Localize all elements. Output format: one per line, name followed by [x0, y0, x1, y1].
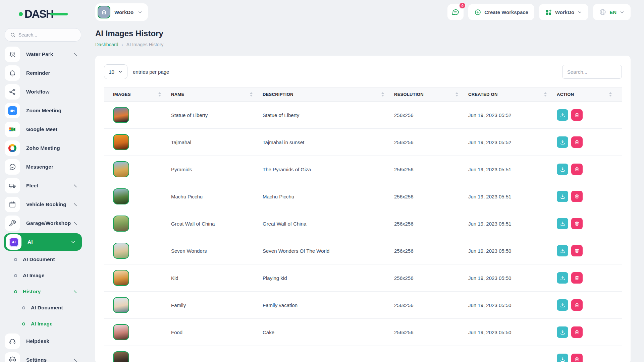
images-history-table: IMAGESNAMEDESCRIPTIONRESOLUTIONCREATED O… — [104, 87, 622, 362]
download-button[interactable] — [557, 109, 568, 121]
sidebar-item-ai-document[interactable]: AI Document — [0, 300, 86, 316]
trash-icon — [574, 112, 580, 118]
sidebar-item-ai-image[interactable]: AI Image — [0, 316, 86, 332]
bell-icon — [5, 65, 20, 81]
download-button[interactable] — [557, 218, 568, 229]
app-logo[interactable]: DAS H — [0, 7, 86, 21]
column-header-name[interactable]: NAME — [171, 87, 263, 102]
sidebar-item-settings[interactable]: Settings — [0, 351, 86, 362]
sidebar-item-ai-document[interactable]: AI Document — [0, 251, 86, 267]
workdo-menu-button[interactable]: WorkDo — [539, 4, 588, 20]
sort-icon[interactable] — [158, 92, 161, 97]
sidebar-item-label: Workflow — [26, 89, 49, 95]
row-description: Family vacation — [263, 292, 394, 319]
row-thumbnail-image — [113, 351, 129, 362]
sort-icon[interactable] — [250, 92, 253, 97]
sidebar-item-label: History — [23, 289, 41, 295]
row-description: Machu Picchu — [263, 183, 394, 210]
sidebar-item-ai-image[interactable]: AI Image — [0, 267, 86, 284]
column-label: RESOLUTION — [394, 92, 424, 97]
sidebar-item-messenger[interactable]: Messenger — [0, 158, 86, 176]
sort-icon[interactable] — [381, 92, 384, 97]
row-name: Great Wall of China — [171, 210, 263, 237]
delete-button[interactable] — [571, 354, 583, 362]
download-button[interactable] — [557, 245, 568, 256]
messages-button[interactable]: 0 — [447, 4, 464, 20]
bullet-icon — [14, 290, 17, 293]
table-search-input[interactable] — [562, 65, 622, 79]
sidebar-item-helpdesk[interactable]: Helpdesk — [0, 332, 86, 351]
table-row: Pyramids The Pyramids of Giza 256x256 Ju… — [104, 156, 622, 183]
chevron-down-icon — [138, 10, 143, 15]
chevron-right-icon — [73, 221, 78, 226]
sidebar-item-garage-workshop[interactable]: Garage/Workshop — [0, 214, 86, 233]
sort-icon[interactable] — [544, 92, 547, 97]
delete-button[interactable] — [571, 326, 583, 338]
download-button[interactable] — [557, 136, 568, 148]
delete-button[interactable] — [571, 164, 583, 175]
logo-dot-icon — [19, 12, 23, 16]
download-button[interactable] — [557, 326, 568, 338]
sidebar-item-fleet[interactable]: Fleet — [0, 176, 86, 195]
language-selector[interactable]: EN — [593, 4, 631, 20]
download-button[interactable] — [557, 272, 568, 284]
delete-button[interactable] — [571, 272, 583, 284]
delete-button[interactable] — [571, 218, 583, 229]
trash-icon — [574, 329, 580, 335]
download-button[interactable] — [557, 299, 568, 311]
row-thumbnail-image — [113, 297, 129, 313]
sidebar-item-google-meet[interactable]: Google Meet — [0, 120, 86, 139]
row-created-on: Jun 19, 2023 05:51 — [468, 210, 557, 237]
column-header-resolution[interactable]: RESOLUTION — [394, 87, 468, 102]
delete-button[interactable] — [571, 191, 583, 202]
sidebar-item-label: Settings — [26, 357, 47, 362]
download-button[interactable] — [557, 354, 568, 362]
table-card: 10 entries per page IMAGESNAMEDESCRIPTIO… — [95, 56, 631, 362]
sidebar-item-label: Fleet — [26, 183, 38, 189]
column-header-description[interactable]: DESCRIPTION — [263, 87, 394, 102]
create-workspace-button[interactable]: Create Workspace — [468, 4, 534, 20]
delete-button[interactable] — [571, 136, 583, 148]
sidebar-item-zoho-meeting[interactable]: Zoho Meeting — [0, 139, 86, 158]
sidebar-item-ai[interactable]: AIAI — [4, 233, 82, 251]
row-thumbnail-image — [113, 216, 129, 232]
row-description: Playing kid — [263, 264, 394, 292]
table-row: Great Wall of China Great Wall of China … — [104, 210, 622, 237]
delete-button[interactable] — [571, 109, 583, 121]
breadcrumb-dashboard-link[interactable]: Dashboard — [95, 42, 118, 47]
sidebar-search-input[interactable] — [18, 32, 76, 38]
column-header-created-on[interactable]: CREATED ON — [468, 87, 557, 102]
sort-icon[interactable] — [609, 92, 612, 97]
trash-icon — [574, 221, 580, 226]
sidebar-item-history[interactable]: History — [0, 284, 86, 300]
sort-icon[interactable] — [455, 92, 458, 97]
row-resolution — [394, 346, 468, 362]
delete-button[interactable] — [571, 245, 583, 256]
row-resolution: 256x256 — [394, 319, 468, 346]
download-button[interactable] — [557, 191, 568, 202]
zoho-icon — [5, 140, 20, 156]
zoom-icon — [5, 103, 20, 118]
sidebar-item-reminder[interactable]: Reminder — [0, 64, 86, 82]
delete-button[interactable] — [571, 299, 583, 311]
breadcrumb-separator-icon: › — [122, 42, 123, 47]
sidebar-search[interactable] — [5, 28, 81, 42]
table-row: Machu Picchu Machu Picchu 256x256 Jun 19… — [104, 183, 622, 210]
workspace-selector[interactable]: WorkDo — [95, 3, 148, 21]
sidebar-item-workflow[interactable]: Workflow — [0, 82, 86, 101]
logo-text-h: H — [46, 8, 68, 20]
sidebar-item-vehicle-booking[interactable]: Vehicle Booking — [0, 195, 86, 214]
sidebar-item-zoom-meeting[interactable]: Zoom Meeting — [0, 101, 86, 120]
chevron-right-icon — [73, 289, 78, 294]
page-size-select[interactable]: 10 — [104, 64, 127, 79]
sidebar-item-label: Water Park — [26, 51, 53, 57]
column-header-images[interactable]: IMAGES — [104, 87, 171, 102]
row-description: Tajmahal in sunset — [263, 129, 394, 156]
column-header-action[interactable]: ACTION — [557, 87, 622, 102]
download-button[interactable] — [557, 164, 568, 175]
chevron-down-icon — [70, 239, 76, 245]
table-row: Kid Playing kid 256x256 Jun 19, 2023 05:… — [104, 264, 622, 292]
sidebar-item-water-park[interactable]: Water Park — [0, 45, 86, 64]
row-description: Statue of Liberty — [263, 102, 394, 129]
fleet-icon — [5, 178, 20, 193]
